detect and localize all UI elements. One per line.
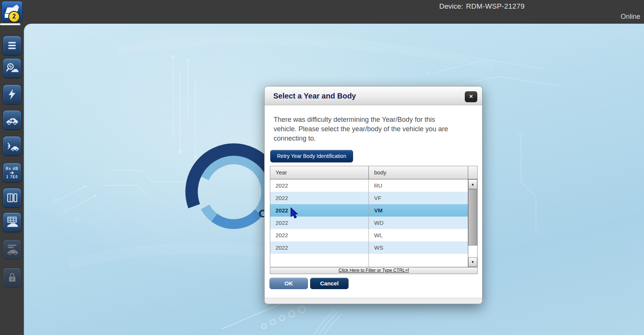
app-logo-button[interactable]: 2 <box>2 1 23 22</box>
scroll-down-icon: ▼ <box>471 260 475 264</box>
cell-body[interactable]: WL <box>369 229 468 241</box>
close-icon: ✕ <box>469 94 473 99</box>
sidebar-item-wireless-vehicle[interactable] <box>3 136 21 156</box>
notification-badge: 2 <box>8 11 20 23</box>
table-scrollbar[interactable]: ▲ ▼ <box>468 179 477 267</box>
cell-year[interactable]: 2022 <box>270 179 369 192</box>
menu-icon <box>6 39 18 52</box>
app-window: Device: RDM-WSP-21279 Online 2 <box>0 0 644 335</box>
device-label: Device: <box>439 2 463 11</box>
year-body-table: Year body 2022RU2022VF2022VM2022WD2022WL… <box>270 166 478 274</box>
scroll-up-icon: ▲ <box>471 182 475 186</box>
report-car-icon <box>5 243 19 256</box>
sidebar-item-ecu-view[interactable] <box>3 188 21 208</box>
sidebar-item-bus-data[interactable]: Rx dB ➔ 1 7E0 <box>3 163 21 182</box>
sidebar-divider <box>0 23 20 25</box>
cell-body[interactable]: WS <box>369 241 468 254</box>
device-value: RDM-WSP-21279 <box>466 2 525 11</box>
sidebar-item-data-grid[interactable] <box>3 212 21 232</box>
bus-data-icon: Rx dB ➔ 1 7E0 <box>6 167 18 179</box>
table-header-corner <box>468 166 477 179</box>
dialog-footer <box>265 298 482 304</box>
table-body: 2022RU2022VF2022VM2022WD2022WL2022WS ▲ ▼ <box>270 179 477 267</box>
panels-icon <box>6 191 18 204</box>
cell-body[interactable]: RU <box>369 179 468 192</box>
scrollbar-thumb[interactable] <box>468 189 477 246</box>
lock-icon <box>6 271 18 283</box>
close-button[interactable]: ✕ <box>465 91 477 102</box>
select-year-body-dialog: Select a Year and Body ✕ There was diffi… <box>264 86 483 304</box>
table-row[interactable]: 2022WS <box>270 241 468 254</box>
sidebar-item-vehicle-scan[interactable] <box>3 58 21 78</box>
dialog-header: Select a Year and Body ✕ <box>265 86 482 105</box>
top-bar: Device: RDM-WSP-21279 Online <box>0 0 644 24</box>
car-wifi-icon <box>5 139 19 153</box>
car-arrow-icon <box>5 113 19 127</box>
dialog-title: Select a Year and Body <box>273 86 356 105</box>
lightning-icon <box>6 88 18 100</box>
sidebar-item-menu[interactable] <box>3 36 21 55</box>
scroll-down-button[interactable]: ▼ <box>468 257 477 267</box>
column-header-body[interactable]: body <box>369 166 468 179</box>
cell-year[interactable]: 2022 <box>270 217 369 229</box>
table-header: Year body <box>270 166 477 179</box>
table-rows: 2022RU2022VF2022VM2022WD2022WL2022WS <box>270 179 468 267</box>
sidebar-item-vehicle[interactable] <box>3 110 21 130</box>
arrow-right-icon: ➔ <box>10 171 14 174</box>
ok-button[interactable]: OK <box>269 278 308 289</box>
sidebar-item-lock[interactable] <box>3 268 21 287</box>
filter-bar[interactable]: Click Here to Filter or Type CTRL+f <box>270 267 477 274</box>
table-row[interactable]: 2022RU <box>270 179 468 192</box>
bus-data-line2: 1 7E0 <box>6 175 18 179</box>
cell-year[interactable]: 2022 <box>270 241 369 254</box>
cell-year[interactable]: 2022 <box>270 204 369 217</box>
table-row-empty <box>270 254 468 267</box>
vehicle-search-icon <box>6 62 18 74</box>
table-row[interactable]: 2022VF <box>270 192 468 204</box>
table-row[interactable]: 2022VM <box>270 204 468 217</box>
cell-body[interactable]: VM <box>369 204 468 217</box>
grid-car-icon <box>5 215 19 229</box>
table-row[interactable]: 2022WD <box>270 217 468 229</box>
cell-year[interactable]: 2022 <box>270 229 369 241</box>
scroll-up-button[interactable]: ▲ <box>468 179 477 189</box>
sidebar-item-vehicle-report[interactable] <box>3 240 21 259</box>
retry-year-body-button[interactable]: Retry Year Body Identification <box>270 150 353 162</box>
cell-year[interactable]: 2022 <box>270 192 369 204</box>
table-row[interactable]: 2022WL <box>270 229 468 241</box>
column-header-year[interactable]: Year <box>270 166 369 179</box>
dialog-message: There was difficulty determining the Yea… <box>274 115 459 143</box>
cell-body[interactable]: WD <box>369 217 468 229</box>
connection-status: Online <box>621 13 640 21</box>
cell-body[interactable]: VF <box>369 192 468 204</box>
sidebar-item-flash[interactable] <box>3 85 21 104</box>
cancel-button[interactable]: Cancel <box>310 278 349 289</box>
